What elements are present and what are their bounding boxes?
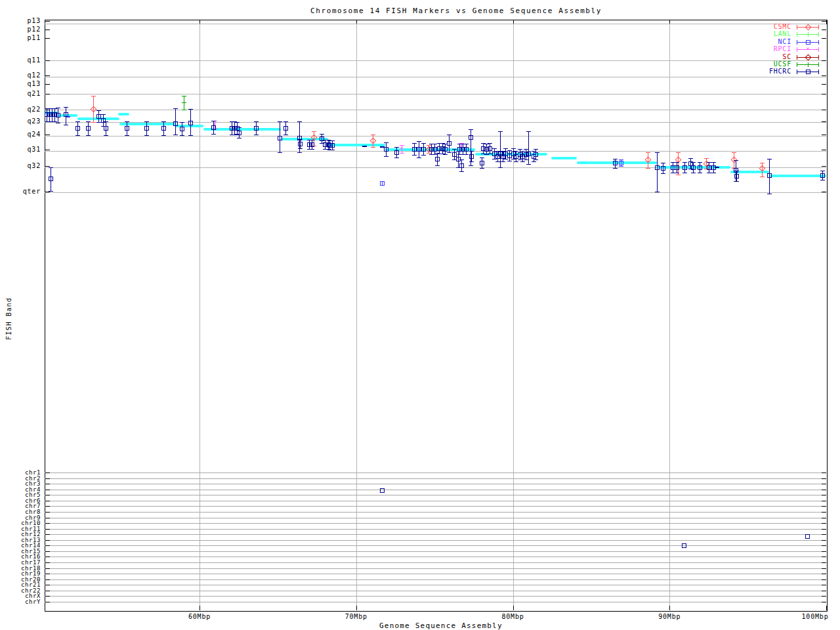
chr-gridline bbox=[45, 556, 826, 557]
marker-square bbox=[56, 113, 60, 117]
error-bar-cap bbox=[182, 96, 186, 96]
x-tick-label: 60Mbp bbox=[183, 613, 216, 620]
error-bar-cap bbox=[237, 127, 242, 128]
band-gridline bbox=[45, 94, 826, 94]
marker-square bbox=[86, 126, 91, 131]
marker-square bbox=[707, 165, 711, 170]
y-tick-left bbox=[45, 495, 50, 495]
chr-gridline bbox=[45, 512, 826, 513]
y-tick-right bbox=[822, 574, 826, 574]
legend-label-csmc: CSMC bbox=[749, 23, 791, 30]
x-gridline bbox=[200, 20, 200, 610]
y-tick-right bbox=[822, 602, 826, 602]
error-bar-cap bbox=[125, 121, 129, 122]
error-bar-cap bbox=[464, 154, 469, 155]
error-bar-cap bbox=[514, 151, 518, 152]
y-tick-right bbox=[822, 150, 826, 150]
error-bar-cap bbox=[655, 192, 660, 192]
plot-area: 60Mbp70Mbp80Mbp90Mbp100Mbpp13p12p11q11q1… bbox=[0, 0, 840, 630]
error-bar-cap bbox=[646, 168, 650, 169]
error-bar-cap bbox=[427, 153, 431, 154]
marker-square bbox=[655, 165, 660, 170]
error-bar-cap bbox=[534, 159, 538, 160]
chr-label: chrY bbox=[3, 599, 41, 605]
chr-gridline bbox=[45, 579, 826, 580]
band-label: p11 bbox=[3, 34, 41, 41]
error-bar-cap bbox=[75, 135, 80, 136]
error-bar-cap bbox=[447, 152, 452, 153]
y-tick-right bbox=[822, 472, 826, 473]
marker-square bbox=[480, 161, 484, 165]
error-bar-cap bbox=[532, 161, 536, 162]
y-tick-left bbox=[45, 490, 50, 490]
error-bar-cap bbox=[613, 159, 618, 159]
error-bar-cap bbox=[524, 159, 528, 160]
y-tick-left bbox=[45, 574, 50, 574]
error-bar-cap bbox=[734, 181, 739, 182]
x-gridline bbox=[513, 20, 514, 610]
marker-square bbox=[380, 181, 385, 186]
error-bar-cap bbox=[707, 173, 711, 173]
error-bar-cap bbox=[732, 152, 736, 153]
error-bar-cap bbox=[284, 135, 288, 135]
chr-gridline bbox=[45, 490, 826, 490]
error-bar-cap bbox=[64, 107, 68, 108]
error-bar-cap bbox=[484, 154, 489, 155]
error-bar-cap bbox=[619, 166, 623, 167]
marker-plus bbox=[808, 32, 808, 37]
error-bar-cap bbox=[412, 155, 417, 156]
chr-gridline bbox=[45, 585, 826, 585]
chr-gridline bbox=[45, 596, 826, 597]
marker-square bbox=[330, 143, 335, 148]
marker-square bbox=[452, 152, 457, 157]
chr-gridline bbox=[45, 602, 826, 602]
marker-square bbox=[469, 135, 473, 140]
error-bar-cap bbox=[435, 165, 440, 166]
y-tick-left bbox=[45, 94, 50, 94]
marker-square bbox=[469, 154, 474, 159]
error-bar-cap bbox=[655, 152, 660, 153]
error-bar-cap bbox=[711, 173, 716, 173]
band-label: p12 bbox=[3, 26, 41, 33]
y-tick-right bbox=[822, 523, 826, 524]
error-bar-cap bbox=[144, 121, 149, 122]
error-bar-cap bbox=[298, 139, 303, 140]
error-bar-cap bbox=[182, 110, 186, 110]
marker-square bbox=[806, 40, 810, 45]
marker-x: × bbox=[805, 45, 810, 52]
marker-square bbox=[211, 125, 216, 130]
chr-gridline bbox=[45, 545, 826, 546]
legend-sample-cap bbox=[797, 40, 797, 45]
error-bar-cap bbox=[464, 144, 469, 144]
x-tick-top bbox=[826, 20, 827, 24]
y-tick-left bbox=[45, 523, 50, 524]
marker-square bbox=[298, 142, 303, 146]
marker-square bbox=[734, 174, 739, 178]
y-tick-right bbox=[822, 579, 826, 580]
error-bar-cap bbox=[767, 194, 772, 194]
error-bar-cap bbox=[492, 159, 497, 159]
error-bar-cap bbox=[320, 134, 324, 135]
band-gridline bbox=[45, 110, 826, 110]
marker-square bbox=[421, 147, 426, 152]
y-tick-right bbox=[822, 562, 826, 563]
error-bar-cap bbox=[104, 121, 108, 122]
y-tick-right bbox=[822, 94, 826, 94]
error-bar-cap bbox=[452, 149, 457, 150]
error-bar-cap bbox=[518, 149, 522, 150]
y-tick-left bbox=[45, 591, 50, 591]
marker-square bbox=[698, 165, 702, 170]
error-bar-cap bbox=[501, 161, 505, 162]
x-tick-bottom bbox=[200, 606, 200, 610]
band-label: q12 bbox=[3, 72, 41, 79]
error-bar-cap bbox=[507, 161, 512, 161]
marker-square bbox=[384, 147, 388, 152]
y-tick-left bbox=[45, 84, 50, 85]
error-bar-cap bbox=[676, 175, 681, 175]
y-tick-left bbox=[45, 506, 50, 507]
marker-square bbox=[49, 177, 53, 181]
error-bar-cap bbox=[52, 108, 57, 109]
chr-gridline bbox=[45, 518, 826, 518]
marker-square bbox=[394, 150, 399, 155]
error-bar-cap bbox=[676, 152, 681, 153]
